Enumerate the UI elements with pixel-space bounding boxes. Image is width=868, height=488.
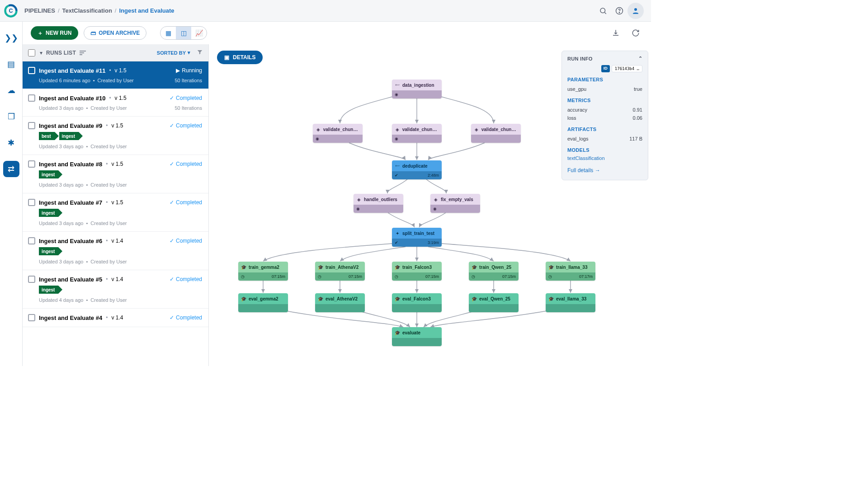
run-title: Ingest and Evaluate #6	[39, 238, 102, 244]
run-checkbox[interactable]	[28, 67, 35, 74]
node-handle-outliers[interactable]: ◈handle_outliers ◉	[354, 194, 403, 213]
run-updated: Updated 4 days ago	[39, 297, 83, 303]
new-run-button[interactable]: ＋ NEW RUN	[31, 26, 78, 40]
id-value: 176143b4 …	[612, 65, 642, 72]
run-version: v 1.5	[111, 161, 123, 167]
sidenav-item-workers[interactable]: ✱	[3, 135, 19, 151]
app-logo[interactable]: C	[4, 4, 18, 18]
run-item[interactable]: Ingest and Evaluate #6•v 1.4✓ Completedi…	[23, 232, 208, 270]
view-split-icon[interactable]: ◫	[176, 27, 191, 39]
node-fix-empty-vals[interactable]: ◈fix_empty_vals ◉	[430, 194, 480, 213]
run-item[interactable]: Ingest and Evaluate #11•v 1.5▶ RunningUp…	[23, 61, 208, 89]
breadcrumb-separator: /	[115, 7, 117, 14]
run-checkbox[interactable]	[28, 314, 35, 321]
run-checkbox[interactable]	[28, 237, 35, 244]
run-updated: Updated 3 days ago	[39, 259, 83, 264]
open-archive-button[interactable]: 🗃 OPEN ARCHIVE	[84, 26, 146, 40]
run-version: v 1.5	[111, 199, 123, 206]
breadcrumb-leaf[interactable]: Ingest and Evaluate	[119, 7, 174, 14]
node-evaluate[interactable]: 🎓evaluate	[392, 327, 442, 346]
run-status: ✓ Completed	[170, 314, 202, 321]
run-status: ✓ Completed	[170, 238, 202, 244]
dropdown-caret-icon[interactable]: ▾	[40, 50, 42, 56]
node-eval-athenav2[interactable]: 🎓eval_AthenaV2	[315, 293, 365, 312]
svg-point-7	[634, 8, 637, 11]
node-train-llama-33[interactable]: 🎓train_llama_33 ◷07:17m	[546, 262, 595, 281]
run-meta: Updated 3 days ago•Created by User50 Ite…	[39, 105, 202, 111]
run-created-by: Created by User	[90, 105, 127, 111]
param-row: use_gputrue	[567, 85, 642, 93]
clock-icon: ◷	[548, 274, 552, 279]
node-train-athenav2[interactable]: 🎓train_AthenaV2 ◷07:15m	[315, 262, 365, 281]
sidenav-item-experiments[interactable]: ▤	[3, 56, 19, 72]
full-details-link[interactable]: Full details →	[567, 167, 642, 174]
node-split-train-test[interactable]: ✦split_train_test ✔3:19m	[392, 228, 442, 247]
run-checkbox[interactable]	[28, 122, 35, 129]
pipeline-canvas[interactable]: ▣ DETAILS	[209, 44, 651, 366]
run-checkbox[interactable]	[28, 199, 35, 206]
node-train-gemma2[interactable]: 🎓train_gemma2 ◷07:15m	[238, 262, 288, 281]
node-data-ingestion[interactable]: ⬳data_ingestion ◉	[392, 80, 442, 99]
run-checkbox[interactable]	[28, 276, 35, 283]
run-id-chip[interactable]: ID 176143b4 …	[567, 65, 642, 72]
node-validate-chunk-1[interactable]: ◈validate_chunk_1	[471, 124, 521, 143]
node-eval-llama-33[interactable]: 🎓eval_llama_33	[546, 293, 595, 312]
model-icon: 🎓	[241, 264, 246, 270]
run-status: ✓ Completed	[170, 276, 202, 282]
model-link[interactable]: textClassification	[567, 155, 642, 161]
run-title: Ingest and Evaluate #8	[39, 161, 102, 168]
run-info-panel: RUN INFO⌃ ID 176143b4 … PARAMETERS use_g…	[561, 51, 648, 180]
node-validate-chunk-3[interactable]: ◈validate_chunk_3 ◉	[313, 124, 363, 143]
run-item[interactable]: Ingest and Evaluate #9•v 1.5✓ Completedb…	[23, 117, 208, 155]
run-tags: ingest	[39, 209, 202, 217]
run-checkbox[interactable]	[28, 160, 35, 168]
run-info-header[interactable]: RUN INFO⌃	[567, 56, 642, 61]
sidenav-item-pipelines[interactable]: ⇄	[3, 161, 19, 177]
status-icon: ✓	[170, 122, 174, 129]
breadcrumb-root[interactable]: PIPELINES	[24, 7, 55, 14]
help-icon[interactable]	[611, 3, 627, 19]
sidenav-item-projects[interactable]: ❯❯	[3, 30, 19, 46]
run-status: ▶ Running	[176, 67, 202, 74]
node-train-falcon3[interactable]: 🎓train_Falcon3 ◷07:15m	[392, 262, 442, 281]
filter-icon[interactable]	[197, 49, 203, 56]
view-chart-icon[interactable]: 📈	[191, 27, 207, 39]
sort-icon[interactable]	[80, 51, 86, 55]
breadcrumb-project[interactable]: TextClassification	[62, 7, 112, 14]
node-eval-falcon3[interactable]: 🎓eval_Falcon3	[392, 293, 442, 312]
run-item[interactable]: Ingest and Evaluate #7•v 1.5✓ Completedi…	[23, 193, 208, 232]
running-icon: ◉	[395, 136, 398, 141]
model-icon: 🎓	[548, 264, 554, 270]
status-icon: ✓	[170, 161, 174, 167]
refresh-icon[interactable]	[628, 26, 643, 40]
node-validate-chunk-2[interactable]: ◈validate_chunk_2 ◉	[392, 124, 442, 143]
view-table-icon[interactable]: ▦	[160, 27, 176, 39]
run-status: ✓ Completed	[170, 161, 202, 167]
node-eval-qwen-25[interactable]: 🎓eval_Qwen_25	[469, 293, 519, 312]
run-item[interactable]: Ingest and Evaluate #5•v 1.4✓ Completedi…	[23, 270, 208, 309]
search-icon[interactable]	[595, 3, 611, 19]
run-meta: Updated 3 days ago•Created by User	[39, 144, 202, 149]
runs-list[interactable]: Ingest and Evaluate #11•v 1.5▶ RunningUp…	[23, 61, 208, 366]
tag: ingest	[39, 209, 58, 217]
run-item[interactable]: Ingest and Evaluate #8•v 1.5✓ Completedi…	[23, 155, 208, 193]
play-icon: ◈	[474, 127, 479, 132]
sidenav-item-datasets[interactable]: ❒	[3, 108, 19, 125]
download-icon[interactable]	[609, 26, 623, 40]
run-item[interactable]: Ingest and Evaluate #10•v 1.5✓ Completed…	[23, 89, 208, 117]
node-eval-gemma2[interactable]: 🎓eval_gemma2	[238, 293, 288, 312]
user-avatar[interactable]	[627, 3, 644, 19]
sidenav-item-models[interactable]: ☁	[3, 82, 19, 99]
run-title: Ingest and Evaluate #10	[39, 95, 105, 102]
toolbar: ＋ NEW RUN 🗃 OPEN ARCHIVE ▦ ◫ 📈	[23, 22, 651, 44]
node-train-qwen-25[interactable]: 🎓train_Qwen_25 ◷07:15m	[469, 262, 519, 281]
run-status: ✓ Completed	[170, 95, 202, 101]
node-deduplicate[interactable]: ⬳deduplicate ✔2:48m	[392, 160, 442, 179]
run-title: Ingest and Evaluate #9	[39, 122, 102, 129]
run-checkbox[interactable]	[28, 94, 35, 102]
select-all-checkbox[interactable]	[28, 49, 35, 56]
sorted-by-button[interactable]: SORTED BY ▾	[157, 50, 190, 56]
run-updated: Updated 3 days ago	[39, 182, 83, 188]
plus-icon: ＋	[38, 29, 43, 37]
run-item[interactable]: Ingest and Evaluate #4•v 1.4✓ Completed	[23, 309, 208, 327]
